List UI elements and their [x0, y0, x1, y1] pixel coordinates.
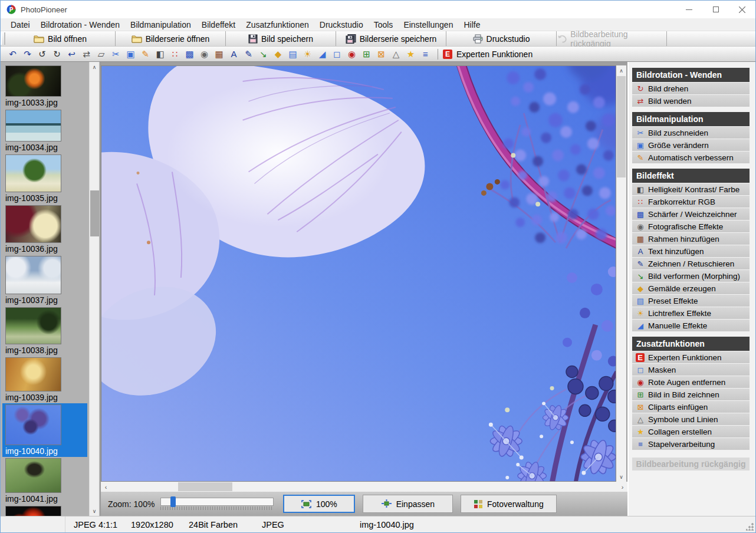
canvas-vertical-scrollbar[interactable]: ∧ ∨ [616, 65, 626, 482]
scrollbar-thumb[interactable] [90, 190, 99, 236]
zoom-slider-thumb[interactable] [170, 496, 176, 507]
preset-effects-icon[interactable]: ▤ [285, 48, 300, 61]
bildeffekt[interactable]: Bildeffekt [196, 19, 241, 30]
zoom-slider[interactable] [160, 498, 274, 510]
manual-effects-bucket-icon[interactable]: ◢ [315, 48, 330, 61]
sharpen-soften-icon[interactable]: ▩ [182, 48, 197, 61]
hilfe[interactable]: Hilfe [458, 19, 485, 30]
bild-drehen[interactable]: ↻ Bild drehen [632, 83, 750, 94]
picture-in-picture-icon[interactable]: ⊞ [359, 48, 374, 61]
zusatzfunktionen[interactable]: Zusatzfunktionen [241, 19, 314, 30]
img-10033-jpg[interactable]: img-10033.jpg [2, 64, 87, 108]
masken[interactable]: ◻ Masken [632, 364, 750, 376]
bild-verformen-morphing[interactable]: ↘ Bild verformen (Morphing) [632, 270, 750, 282]
thumbnail-image[interactable] [5, 458, 61, 493]
thumbnail-scrollbar[interactable]: ∧ ∨ [89, 62, 99, 516]
scroll-down-icon[interactable]: ∨ [616, 472, 626, 482]
img-10036-jpg[interactable]: img-10036.jpg [2, 204, 87, 255]
thumbnail-image[interactable] [5, 110, 61, 142]
add-frame-icon[interactable]: ▦ [212, 48, 226, 61]
img-10037-jpg[interactable]: img-10037.jpg [2, 255, 87, 306]
fotografische-effekte[interactable]: ◉ Fotografische Effekte [632, 221, 750, 232]
zeichnen-retuschieren[interactable]: ✎ Zeichnen / Retuschieren [632, 258, 750, 269]
cliparts-gift-icon[interactable]: ⊠ [374, 48, 389, 61]
masks-icon[interactable]: ◻ [330, 48, 344, 61]
bild-zuschneiden[interactable]: ✂ Bild zuschneiden [632, 127, 750, 139]
red-eye-icon[interactable]: ◉ [344, 48, 359, 61]
preset-effekte[interactable]: ▤ Preset Effekte [632, 295, 750, 307]
batch-processing-icon[interactable]: ≡ [418, 48, 433, 61]
stapelverarbeitung[interactable]: ≡ Stapelverarbeitung [632, 438, 750, 450]
expert-functions-icon[interactable]: E [443, 50, 452, 59]
scroll-down-icon[interactable]: ∨ [90, 506, 99, 516]
sch-rfer-weichzeichner[interactable]: ▩ Schärfer / Weichzeichner [632, 208, 750, 220]
rotate-180-icon[interactable]: ↩ [64, 48, 79, 61]
save-image-button[interactable]: Bild speichern [226, 31, 336, 46]
scroll-right-icon[interactable]: › [617, 483, 627, 491]
photo-effects-camera-icon[interactable]: ◉ [197, 48, 212, 61]
toolbar-grip[interactable] [1, 32, 5, 45]
bild-wenden[interactable]: ⇄ Bild wenden [632, 95, 750, 107]
save-series-button[interactable]: Bilderserie speichern [336, 31, 446, 46]
farbkorrektur-rgb[interactable]: ∷ Farbkorrektur RGB [632, 196, 750, 208]
rotate-cw-icon[interactable]: ↻ [50, 48, 64, 61]
draw-retouch-icon[interactable]: ✎ [241, 48, 256, 61]
scroll-up-icon[interactable]: ∧ [616, 65, 626, 75]
img-10035-jpg[interactable]: img-10035.jpg [2, 153, 87, 204]
perspective-icon[interactable]: ▱ [94, 48, 109, 61]
resize-grip[interactable] [746, 523, 754, 531]
thumbnail-image[interactable] [5, 404, 61, 445]
gr-e-ver-ndern[interactable]: ▣ Größe verändern [632, 139, 750, 151]
minimize-button[interactable] [676, 1, 702, 18]
auto-enhance-wand-icon[interactable]: ✎ [138, 48, 153, 61]
thumbnail-image[interactable] [5, 506, 61, 516]
bildmanipulation[interactable]: Bildmanipulation [125, 19, 196, 30]
thumbnail-item[interactable] [2, 505, 87, 516]
tools[interactable]: Tools [369, 19, 399, 30]
rotate-right-90-icon[interactable]: ↷ [20, 48, 35, 61]
scroll-left-icon[interactable]: ‹ [101, 483, 111, 491]
painting-pen-icon[interactable]: ◆ [271, 48, 285, 61]
collage-star-icon[interactable]: ★ [403, 48, 418, 61]
druckstudio[interactable]: Druckstudio [314, 19, 369, 30]
scrollbar-thumb[interactable] [178, 482, 232, 491]
scrollbar-thumb[interactable] [617, 76, 626, 177]
canvas-horizontal-scrollbar[interactable]: ‹ › [101, 482, 627, 492]
open-series-button[interactable]: Bilderserie öffnen [116, 31, 226, 46]
manuelle-effekte[interactable]: ◢ Manuelle Effekte [632, 320, 750, 331]
bild-in-bild-zeichnen[interactable]: ⊞ Bild in Bild zeichnen [632, 389, 750, 400]
expert-functions-label[interactable]: Experten Funktionen [456, 50, 533, 59]
print-studio-button[interactable]: Druckstudio [446, 31, 557, 46]
img-10041-jpg[interactable]: img-10041.jpg [2, 457, 87, 505]
automatisch-verbessern[interactable]: ✎ Automatisch verbessern [632, 152, 750, 163]
thumbnail-image[interactable] [5, 154, 61, 192]
rote-augen-entfernen[interactable]: ◉ Rote Augen entfernen [632, 376, 750, 388]
scroll-up-icon[interactable]: ∧ [90, 62, 99, 72]
brightness-contrast-icon[interactable]: ◧ [153, 48, 167, 61]
lichtreflex-effekte[interactable]: ☀ Lichtreflex Effekte [632, 307, 750, 319]
bildrotation-wenden[interactable]: Bildrotation - Wenden [35, 19, 125, 30]
symbole-und-linien[interactable]: △ Symbole und Linien [632, 413, 750, 425]
rotate-ccw-icon[interactable]: ↺ [35, 48, 50, 61]
experten-funktionen[interactable]: E Experten Funktionen [632, 351, 750, 363]
gem-lde-erzeugen[interactable]: ◆ Gemälde erzeugen [632, 282, 750, 294]
rotate-left-90-icon[interactable]: ↶ [5, 48, 20, 61]
zoom-100-button[interactable]: 100% [283, 495, 355, 513]
close-button[interactable] [729, 1, 755, 18]
einstellungen[interactable]: Einstellungen [398, 19, 458, 30]
cliparts-einf-gen[interactable]: ⊠ Cliparts einfügen [632, 401, 750, 413]
add-text-icon[interactable]: A [226, 48, 241, 61]
fit-button[interactable]: Einpassen [363, 495, 453, 513]
helligkeit-kontrast-farbe[interactable]: ◧ Helligkeit/ Kontrast/ Farbe [632, 183, 750, 195]
text-hinzuf-gen[interactable]: A Text hinzufügen [632, 245, 750, 257]
thumbnail-image[interactable] [5, 357, 61, 391]
thumbnail-image[interactable] [5, 256, 61, 294]
rgb-correction-icon[interactable]: ∷ [167, 48, 182, 61]
maximize-button[interactable] [702, 1, 729, 18]
open-image-button[interactable]: Bild öffnen [5, 31, 116, 46]
flip-image-icon[interactable]: ⇄ [79, 48, 94, 61]
img-10038-jpg[interactable]: img-10038.jpg [2, 306, 87, 356]
resize-icon[interactable]: ▣ [123, 48, 138, 61]
light-reflex-icon[interactable]: ☀ [300, 48, 315, 61]
symbols-lines-icon[interactable]: △ [389, 48, 403, 61]
